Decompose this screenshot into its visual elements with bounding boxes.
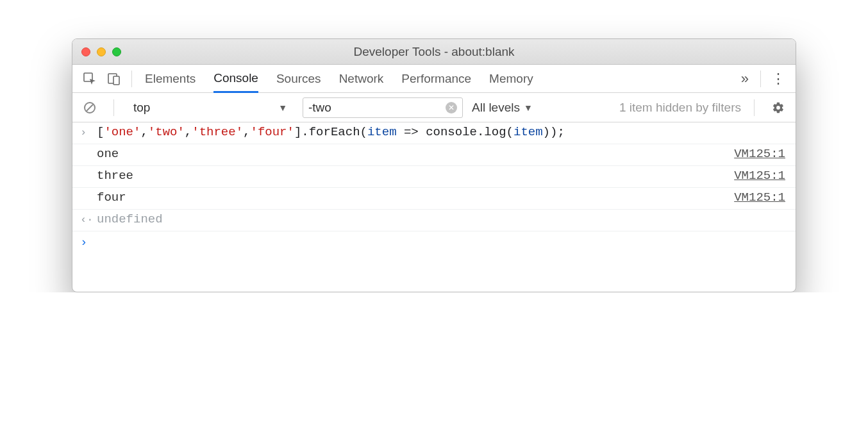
separator xyxy=(754,99,755,116)
console-input-echo: › ['one','two','three','four'].forEach(i… xyxy=(72,122,796,144)
console-log-row: three VM125:1 xyxy=(72,166,796,188)
tab-console[interactable]: Console xyxy=(213,65,258,93)
devtools-window: Developer Tools - about:blank Elements C… xyxy=(72,38,796,292)
close-window-button[interactable] xyxy=(81,47,90,56)
console-prompt-row[interactable]: › xyxy=(72,231,796,253)
window-title: Developer Tools - about:blank xyxy=(72,45,796,59)
chevron-down-icon: ▼ xyxy=(524,103,533,113)
console-log-row: four VM125:1 xyxy=(72,188,796,210)
tab-elements[interactable]: Elements xyxy=(145,65,196,92)
separator xyxy=(113,99,114,116)
inspect-element-icon[interactable] xyxy=(79,68,101,90)
separator xyxy=(131,71,132,87)
tab-sources[interactable]: Sources xyxy=(276,65,321,92)
hidden-items-message: 1 item hidden by filters xyxy=(619,101,741,115)
more-tabs-button[interactable]: » xyxy=(736,71,754,87)
log-message: four xyxy=(97,190,734,205)
filter-input-container: ✕ xyxy=(303,97,463,118)
context-label: top xyxy=(133,101,150,115)
svg-rect-2 xyxy=(113,76,119,85)
output-chevron-icon: ‹· xyxy=(80,212,97,226)
console-input-code[interactable]: ['one','two','three','four'].forEach(ite… xyxy=(97,125,785,139)
console-filter-bar: top ▼ ✕ All levels ▼ 1 item hidden by fi… xyxy=(72,93,796,122)
minimize-window-button[interactable] xyxy=(97,47,106,56)
clear-filter-icon[interactable]: ✕ xyxy=(446,102,457,113)
devtools-menu-button[interactable]: ⋮ xyxy=(767,68,789,90)
window-controls xyxy=(81,47,121,56)
separator xyxy=(760,71,761,87)
device-toolbar-icon[interactable] xyxy=(103,68,125,90)
filter-input[interactable] xyxy=(308,101,440,115)
main-toolbar: Elements Console Sources Network Perform… xyxy=(72,65,796,93)
source-link[interactable]: VM125:1 xyxy=(734,169,785,183)
execution-context-selector[interactable]: top ▼ xyxy=(127,97,294,118)
tab-performance[interactable]: Performance xyxy=(401,65,471,92)
return-value: undefined xyxy=(97,212,785,226)
tab-memory[interactable]: Memory xyxy=(489,65,533,92)
console-settings-icon[interactable] xyxy=(767,97,789,119)
log-message: one xyxy=(97,147,734,161)
log-levels-selector[interactable]: All levels ▼ xyxy=(472,101,533,115)
panel-tabs: Elements Console Sources Network Perform… xyxy=(138,65,540,92)
input-chevron-icon: › xyxy=(80,125,97,138)
tab-network[interactable]: Network xyxy=(339,65,384,92)
maximize-window-button[interactable] xyxy=(112,47,121,56)
source-link[interactable]: VM125:1 xyxy=(734,190,785,205)
prompt-chevron-icon: › xyxy=(80,234,97,249)
titlebar[interactable]: Developer Tools - about:blank xyxy=(72,39,796,65)
source-link[interactable]: VM125:1 xyxy=(734,147,785,161)
console-return-row: ‹· undefined xyxy=(72,210,796,231)
console-log-row: one VM125:1 xyxy=(72,144,796,166)
console-output: › ['one','two','three','four'].forEach(i… xyxy=(72,122,796,292)
chevron-down-icon: ▼ xyxy=(278,103,287,113)
clear-console-icon[interactable] xyxy=(79,97,101,119)
log-message: three xyxy=(97,169,734,183)
levels-label: All levels xyxy=(472,101,520,115)
